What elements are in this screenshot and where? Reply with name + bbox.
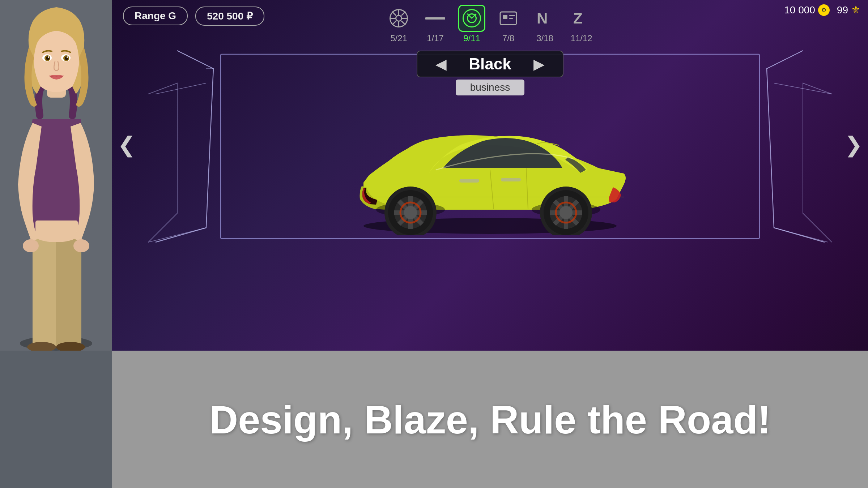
svg-line-43: [148, 228, 206, 242]
svg-rect-36: [503, 15, 507, 19]
svg-point-18: [48, 56, 49, 58]
svg-line-31: [392, 21, 396, 25]
svg-point-19: [67, 56, 68, 58]
carousel-area: ◀ Black ▶ business: [112, 40, 868, 249]
svg-point-64: [404, 206, 417, 219]
top-bar: Range G 520 500 ₽: [112, 0, 868, 40]
coin-icon: ⚙: [818, 4, 830, 16]
svg-rect-48: [459, 179, 479, 183]
svg-text:Z: Z: [573, 10, 583, 27]
svg-text:N: N: [537, 10, 548, 27]
svg-line-46: [774, 228, 828, 242]
svg-point-9: [73, 239, 89, 252]
svg-line-29: [401, 21, 405, 25]
bottom-section: Design, Blaze, Rule the Road!: [112, 351, 868, 488]
coins-display: 10 000 ⚙: [784, 4, 830, 16]
main-game-area: Range G 520 500 ₽: [112, 0, 868, 488]
right-arrow-icon: ❯: [844, 132, 863, 157]
emblem-icon: [458, 5, 485, 32]
car-display: [327, 98, 653, 249]
color-name-text: Black: [458, 55, 523, 73]
svg-rect-49: [501, 178, 521, 181]
svg-rect-37: [509, 15, 515, 16]
gems-display: 99 ⚜: [837, 4, 861, 16]
neon-icon: N: [531, 5, 558, 32]
color-label-area: ◀ Black ▶ business: [417, 51, 563, 95]
svg-point-78: [559, 206, 573, 219]
color-type-box: business: [456, 80, 525, 95]
svg-point-23: [396, 16, 402, 21]
color-prev-button[interactable]: ◀: [435, 57, 447, 71]
currency-area: 10 000 ⚙ 99 ⚜: [784, 4, 861, 16]
color-next-button[interactable]: ▶: [533, 57, 545, 71]
character-panel: [0, 0, 112, 351]
price-button[interactable]: 520 500 ₽: [195, 7, 264, 26]
svg-rect-7: [35, 221, 78, 237]
gem-icon: ⚜: [851, 4, 861, 16]
range-button[interactable]: Range G: [123, 7, 188, 25]
svg-line-28: [392, 12, 396, 16]
special-icon: Z: [568, 5, 595, 32]
wheels-icon: [385, 5, 412, 32]
color-name-box: ◀ Black ▶: [417, 51, 563, 77]
svg-line-30: [401, 12, 405, 16]
decal-icon: [495, 5, 522, 32]
coins-value: 10 000: [784, 4, 815, 16]
svg-rect-35: [500, 12, 516, 25]
left-arrow-icon: ❮: [118, 132, 136, 157]
nav-right-button[interactable]: ❯: [843, 130, 864, 159]
gems-value: 99: [837, 4, 848, 16]
svg-rect-38: [509, 18, 513, 19]
color-type-text: business: [470, 82, 510, 93]
svg-point-8: [23, 239, 39, 252]
tagline: Design, Blaze, Rule the Road!: [209, 397, 771, 442]
character-figure: [0, 4, 112, 351]
stripe-icon: [422, 5, 449, 32]
nav-left-button[interactable]: ❮: [116, 130, 137, 159]
